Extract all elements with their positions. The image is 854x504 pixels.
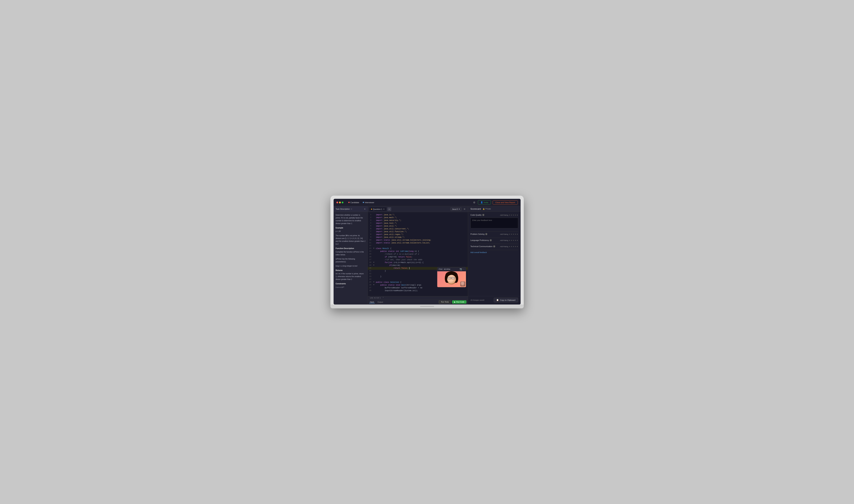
tl-close[interactable] — [336, 202, 338, 203]
avatar-small — [460, 282, 465, 286]
top-bar-left: Candidate Interviewer — [336, 201, 374, 203]
language-proficiency-label-container: Language Proficiency i — [471, 239, 492, 241]
language-proficiency-section: Language Proficiency i Add Rating ★ ★ ★ … — [471, 239, 518, 241]
task-header-left: Task Description ✏ — [336, 208, 352, 210]
language-proficiency-row: Language Proficiency i Add Rating ★ ★ ★ … — [471, 239, 518, 241]
run-code-button[interactable]: ▶ Run Code — [452, 300, 466, 304]
interviewer-label: Interviewer — [365, 201, 374, 203]
invite-button[interactable]: 👤 Invite — [478, 200, 491, 204]
returns-title: Returns — [336, 269, 366, 272]
chat-window-title: Chat Window — [439, 268, 450, 270]
private-badge: 🔒 Private — [483, 208, 491, 210]
language-proficiency-stars[interactable]: ★ ★ ★ ★ ★ — [509, 239, 518, 241]
lp-star-2[interactable]: ★ — [511, 239, 512, 241]
code-quality-rating: Add Rating ★ ★ ★ ★ ★ — [500, 214, 518, 216]
params-text: isPrime has the following parameter(s): — [336, 258, 366, 263]
star-5[interactable]: ★ — [517, 214, 518, 216]
code-line: 5 import java.util.*; — [368, 225, 468, 228]
code-quality-stars[interactable]: ★ ★ ★ ★ ★ — [509, 214, 518, 216]
lp-star-3[interactable]: ★ — [513, 239, 514, 241]
candidate-label: Candidate — [350, 201, 359, 203]
language-proficiency-info-icon[interactable]: i — [490, 239, 492, 241]
function-title: Function Description — [336, 247, 366, 250]
editor-menu-button[interactable]: ≡ — [463, 208, 466, 211]
lp-star-4[interactable]: ★ — [515, 239, 516, 241]
ps-star-3[interactable]: ★ — [513, 233, 514, 235]
star-3[interactable]: ★ — [513, 214, 514, 216]
tc-star-3[interactable]: ★ — [513, 246, 514, 248]
technical-communication-info-icon[interactable]: i — [493, 245, 495, 248]
code-line: 8 import java.util.regex.*; — [368, 233, 468, 236]
camera-icon[interactable]: 📷 — [459, 268, 462, 271]
ps-star-2[interactable]: ★ — [511, 233, 512, 235]
task-menu-icon[interactable]: ≡ — [364, 208, 365, 210]
code-quality-feedback[interactable] — [471, 218, 518, 228]
problem-solving-label-container: Problem Solving i — [471, 233, 487, 235]
language-label: Java 8 — [452, 208, 458, 210]
close-view-button[interactable]: Close and View Report — [493, 200, 518, 204]
add-rating-label-4: Add Rating — [500, 246, 508, 248]
param-1: long n: a long integer to test — [336, 265, 366, 268]
code-line: 14 public static int isPrime(long n) { — [368, 250, 468, 253]
line-col-status: Line: 41 Col: 1 — [370, 297, 381, 299]
code-line: 17 //if not, then just check the odds — [368, 258, 468, 261]
tab-label: Question 1 — [373, 208, 382, 210]
input-tab[interactable]: Input — [369, 301, 375, 303]
language-proficiency-label: Language Proficiency — [471, 239, 489, 241]
tl-minimize[interactable] — [339, 202, 341, 203]
tc-star-5[interactable]: ★ — [517, 246, 518, 248]
scorecard-header: Scorecard 🔒 Private — [468, 206, 521, 212]
code-quality-row: Code Quality i Add Rating ★ ★ ★ ★ — [471, 214, 518, 216]
lp-star-1[interactable]: ★ — [509, 239, 510, 241]
code-line: 4 import java.text.*; — [368, 222, 468, 225]
star-1[interactable]: ★ — [509, 214, 510, 216]
technical-communication-row: Technical Communication i Add Rating ★ ★… — [471, 245, 518, 248]
problem-solving-stars[interactable]: ★ ★ ★ ★ ★ — [509, 233, 518, 235]
tc-star-2[interactable]: ★ — [511, 246, 512, 248]
ps-star-4[interactable]: ★ — [515, 233, 516, 235]
code-line: 15 //check if n is a multiple of 2 — [368, 253, 468, 256]
tc-star-1[interactable]: ★ — [509, 246, 510, 248]
add-tab-button[interactable]: + — [387, 207, 391, 211]
tc-star-4[interactable]: ★ — [515, 246, 516, 248]
problem-solving-info-icon[interactable]: i — [485, 233, 487, 235]
chat-video — [437, 271, 466, 287]
editor-panel: Question 1 ⚙ + Java 8 ▼ ≡ 1 — [368, 206, 468, 305]
output-tab[interactable]: Output — [377, 301, 384, 303]
settings-button[interactable]: ⚙ — [472, 200, 476, 204]
play-icon: ▶ — [454, 301, 456, 303]
run-code-label: Run Code — [456, 301, 464, 303]
chat-header: Chat Window 📷 — — [437, 267, 466, 271]
lp-star-5[interactable]: ★ — [517, 239, 518, 241]
problem-solving-row: Problem Solving i Add Rating ★ ★ ★ ★ — [471, 233, 518, 235]
run-buttons: Run Tests ▶ Run Code — [439, 300, 466, 304]
ps-star-1[interactable]: ★ — [509, 233, 510, 235]
code-line: 12 — [368, 245, 468, 247]
interviewer-dot — [363, 202, 364, 203]
add-overall-feedback[interactable]: Add overall feedback — [471, 251, 518, 253]
laptop-base — [330, 305, 524, 308]
tab-settings-icon[interactable]: ⚙ — [383, 208, 385, 210]
traffic-lights — [336, 202, 344, 203]
copy-clipboard-button[interactable]: 📋 Copy to Clipboard — [494, 298, 518, 302]
problem-solving-rating: Add Rating ★ ★ ★ ★ ★ — [500, 233, 518, 235]
star-2[interactable]: ★ — [511, 214, 512, 216]
task-description: Determine whether a number is prime. If … — [336, 214, 366, 225]
run-tests-button[interactable]: Run Tests — [439, 300, 451, 304]
minimize-icon[interactable]: — — [463, 268, 464, 271]
top-bar: Candidate Interviewer ⚙ 👤 Invite Close a… — [334, 199, 521, 206]
technical-communication-stars[interactable]: ★ ★ ★ ★ ★ — [509, 246, 518, 248]
code-quality-section: Code Quality i Add Rating ★ ★ ★ ★ — [471, 214, 518, 229]
private-label: Private — [485, 208, 491, 210]
star-4[interactable]: ★ — [515, 214, 516, 216]
ps-star-5[interactable]: ★ — [517, 233, 518, 235]
edit-icon[interactable]: ✏ — [351, 208, 352, 210]
code-quality-info-icon[interactable]: i — [482, 214, 484, 216]
tl-maximize[interactable] — [342, 202, 344, 203]
invite-icon: 👤 — [481, 201, 483, 203]
language-selector[interactable]: Java 8 ▼ — [451, 208, 461, 211]
interviewer-participant: Interviewer — [363, 201, 374, 203]
code-area[interactable]: 1 import java.io.*; 2 import java.math.*… — [368, 212, 468, 296]
laptop-screen: Candidate Interviewer ⚙ 👤 Invite Close a… — [334, 199, 521, 305]
question-tab[interactable]: Question 1 ⚙ — [369, 208, 386, 211]
